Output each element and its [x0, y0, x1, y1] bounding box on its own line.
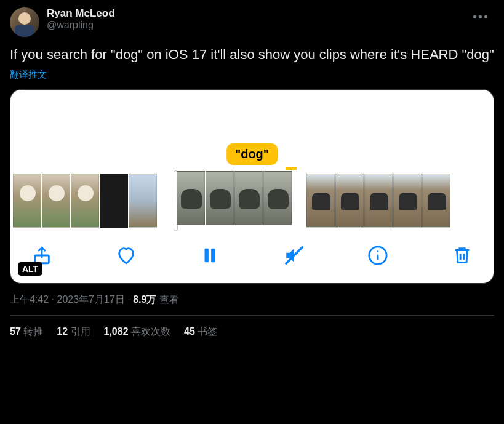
clip-thumb — [206, 171, 234, 225]
caption-pill: "dog" — [226, 143, 278, 165]
avatar[interactable] — [10, 7, 39, 37]
clip-thumb — [263, 171, 292, 225]
media-top-area: "dog" — [10, 90, 494, 170]
translate-link[interactable]: 翻译推文 — [10, 69, 47, 81]
alt-badge[interactable]: ALT — [18, 262, 42, 276]
clip-thumb — [42, 174, 70, 228]
more-button[interactable]: ••• — [468, 7, 494, 26]
stat-retweets[interactable]: 57 转推 — [10, 326, 43, 338]
clip-thumb — [234, 171, 263, 225]
clip-thumb — [335, 174, 364, 228]
views-label: 查看 — [159, 294, 179, 305]
tweet-meta: 上午4:42 · 2023年7月17日 · 8.9万 查看 — [10, 294, 494, 306]
stat-likes[interactable]: 1,082 喜欢次数 — [104, 326, 171, 338]
tweet-text: If you search for "dog" on iOS 17 it'll … — [10, 46, 494, 64]
tweet-header: Ryan McLeod @warpling ••• — [10, 7, 494, 37]
mute-icon[interactable] — [284, 245, 305, 266]
pause-icon[interactable] — [199, 245, 220, 266]
clip-group-1[interactable] — [13, 174, 157, 228]
clip-thumb — [306, 174, 335, 228]
stat-quotes[interactable]: 12 引用 — [57, 326, 90, 338]
clip-group-3[interactable] — [306, 174, 450, 228]
trash-icon[interactable] — [452, 245, 473, 266]
clip-thumb — [13, 174, 41, 228]
info-icon[interactable] — [367, 245, 388, 266]
stat-bookmarks[interactable]: 45 书签 — [184, 326, 217, 338]
meta-time[interactable]: 上午4:42 — [10, 294, 49, 305]
video-timeline[interactable] — [10, 170, 494, 231]
clip-thumb — [129, 174, 157, 228]
views-count: 8.9万 — [133, 294, 156, 305]
handle: @warpling — [47, 20, 460, 31]
clip-thumb — [393, 174, 422, 228]
clip-thumb — [71, 174, 99, 228]
tweet-stats: 57 转推 12 引用 1,082 喜欢次数 45 书签 — [0, 316, 504, 338]
media-card[interactable]: "dog" — [10, 89, 494, 284]
meta-date[interactable]: 2023年7月17日 — [57, 294, 124, 305]
heart-icon[interactable] — [116, 245, 137, 266]
tweet-container: Ryan McLeod @warpling ••• If you search … — [0, 0, 504, 316]
media-toolbar — [10, 231, 494, 283]
svg-point-6 — [377, 250, 379, 252]
clip-thumb — [177, 171, 205, 225]
caption-marker — [286, 167, 297, 170]
author-names[interactable]: Ryan McLeod @warpling — [47, 7, 460, 31]
display-name: Ryan McLeod — [47, 7, 460, 20]
svg-rect-2 — [211, 248, 215, 262]
clip-thumb — [364, 174, 393, 228]
clip-thumb — [422, 174, 450, 228]
clip-group-2[interactable] — [172, 171, 292, 230]
ellipsis-icon: ••• — [473, 10, 489, 23]
svg-rect-1 — [205, 248, 209, 262]
clip-thumb — [100, 174, 128, 228]
